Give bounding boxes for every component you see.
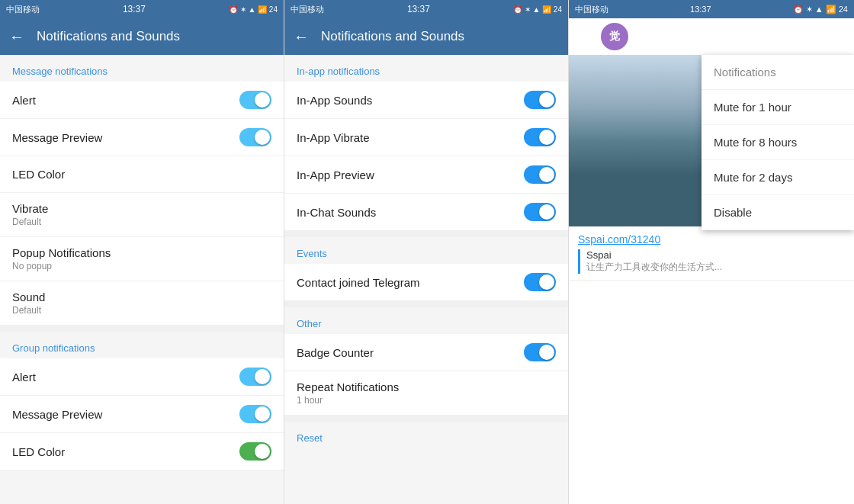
settings-content-2: In-app notifications In-App Sounds In-Ap… xyxy=(284,55,568,504)
item-label-alert: Alert xyxy=(12,94,36,107)
carrier-1: 中国移动 xyxy=(6,4,40,15)
item-sub-vibrate: Default xyxy=(12,217,48,227)
group-notifications-header: Group notifications xyxy=(0,332,284,358)
in-app-header: In-app notifications xyxy=(284,55,568,82)
dropdown-item-disable[interactable]: Disable xyxy=(702,195,854,230)
dropdown-menu: Notifications Mute for 1 hour Mute for 8… xyxy=(702,55,854,230)
divider-2a xyxy=(284,231,568,237)
status-bar-2: 中国移动 13:37 ⏰ ✶ ▲ 📶 24 xyxy=(284,0,568,18)
list-item[interactable]: Vibrate Default xyxy=(0,193,284,237)
panel-2: 中国移动 13:37 ⏰ ✶ ▲ 📶 24 ← Notifications an… xyxy=(284,0,569,504)
list-item: In-Chat Sounds xyxy=(284,194,568,231)
page-title-2: Notifications and Sounds xyxy=(321,29,464,44)
item-label-popup: Popup Notifications xyxy=(12,246,111,259)
dropdown-header: Notifications xyxy=(702,55,854,90)
list-item: Message Preview xyxy=(0,396,284,433)
dropdown-item-mute-8h[interactable]: Mute for 8 hours xyxy=(702,125,854,160)
message-notifications-header: Message notifications xyxy=(0,55,284,82)
dropdown-item-mute-1h[interactable]: Mute for 1 hour xyxy=(702,90,854,125)
toggle-message-preview[interactable] xyxy=(239,128,271,146)
dropdown-item-mute-2d[interactable]: Mute for 2 days xyxy=(702,160,854,195)
chat-link[interactable]: Sspai.com/31240 xyxy=(578,233,660,246)
toggle-group-alert[interactable] xyxy=(239,368,271,386)
list-item[interactable]: LED Color xyxy=(0,433,284,470)
divider-2c xyxy=(284,416,568,422)
item-sub-sound: Default xyxy=(12,305,45,316)
list-item: In-App Vibrate xyxy=(284,119,568,156)
item-label-msg-preview: Message Preview xyxy=(12,131,102,144)
avatar: 觉 xyxy=(601,23,628,50)
settings-content-1: Message notifications Alert Message Prev… xyxy=(0,55,284,504)
time-1: 13:37 xyxy=(123,4,146,14)
item-label-vibrate: Vibrate xyxy=(12,202,48,215)
status-bar-3: 中国移动 13:37 ⏰ ✶ ▲ 📶 24 xyxy=(569,0,854,18)
list-item: Alert xyxy=(0,358,284,396)
back-button-2[interactable]: ← xyxy=(294,28,309,46)
other-header: Other xyxy=(284,307,568,334)
toggle-alert[interactable] xyxy=(239,91,271,109)
status-bar-1: 中国移动 13:37 ⏰ ✶ ▲ 📶 24 xyxy=(0,0,284,18)
menu-icon[interactable]: ⋮ xyxy=(830,27,845,46)
item-label-inapp-preview: In-App Preview xyxy=(297,169,374,181)
item-label-group-led: LED Color xyxy=(12,445,65,458)
back-button-1[interactable]: ← xyxy=(9,28,24,46)
item-label-repeat-notifications: Repeat Notifications xyxy=(297,380,399,393)
list-item: Badge Counter xyxy=(284,334,568,371)
toggle-inapp-preview[interactable] xyxy=(524,165,556,184)
chat-link-title: Sspai xyxy=(586,249,845,261)
page-title-1: Notifications and Sounds xyxy=(37,29,180,44)
chat-user-status: last seen at 13:34 xyxy=(636,40,822,50)
item-label-led: LED Color xyxy=(12,168,65,181)
events-header: Events xyxy=(284,237,568,264)
item-label-contact-joined: Contact joined Telegram xyxy=(297,276,419,289)
item-label-sound: Sound xyxy=(12,291,45,303)
chat-link-preview: Sspai 让生产力工具改变你的生活方式... xyxy=(578,249,845,274)
list-item[interactable]: LED Color xyxy=(0,156,284,193)
toggle-inapp-vibrate[interactable] xyxy=(524,128,556,146)
item-label-group-msg-preview: Message Preview xyxy=(12,408,102,421)
carrier-2: 中国移动 xyxy=(291,4,324,15)
status-icons-1: ⏰ ✶ ▲ 📶 24 xyxy=(229,5,278,14)
reset-header: Reset xyxy=(284,422,568,448)
chat-link-desc: 让生产力工具改变你的生活方式... xyxy=(586,261,845,274)
item-label-inchat-sounds: In-Chat Sounds xyxy=(297,206,376,219)
top-bar-2: ← Notifications and Sounds xyxy=(284,18,568,55)
chat-header: ← 觉 觉主 last seen at 13:34 ⋮ xyxy=(569,18,854,55)
status-icons-3: ⏰ ✶ ▲ 📶 24 xyxy=(793,5,848,14)
list-item[interactable]: Sound Default xyxy=(0,281,284,326)
list-item[interactable]: Repeat Notifications 1 hour xyxy=(284,371,568,416)
panel-1: 中国移动 13:37 ⏰ ✶ ▲ 📶 24 ← Notifications an… xyxy=(0,0,284,504)
item-label-inapp-sounds: In-App Sounds xyxy=(297,94,372,107)
list-item[interactable]: Popup Notifications No popup xyxy=(0,237,284,281)
status-icons-2: ⏰ ✶ ▲ 📶 24 xyxy=(513,5,562,14)
divider-2b xyxy=(284,301,568,307)
toggle-contact-joined[interactable] xyxy=(524,273,556,291)
item-label-inapp-vibrate: In-App Vibrate xyxy=(297,131,370,144)
item-sub-repeat: 1 hour xyxy=(297,395,399,406)
back-button-3[interactable]: ← xyxy=(578,28,593,46)
time-2: 13:37 xyxy=(407,4,430,14)
list-item: Alert xyxy=(0,82,284,119)
list-item: In-App Sounds xyxy=(284,82,568,119)
toggle-inapp-sounds[interactable] xyxy=(524,91,556,109)
toggle-group-msg-preview[interactable] xyxy=(239,405,271,423)
list-item: Contact joined Telegram xyxy=(284,264,568,301)
toggle-group-led[interactable] xyxy=(239,442,271,461)
panel-3: 中国移动 13:37 ⏰ ✶ ▲ 📶 24 ← 觉 觉主 last seen a… xyxy=(569,0,854,504)
chat-user-info: 觉主 last seen at 13:34 xyxy=(636,24,822,50)
item-sub-popup: No popup xyxy=(12,261,111,271)
time-3: 13:37 xyxy=(690,5,711,14)
list-item: In-App Preview xyxy=(284,156,568,194)
toggle-inchat-sounds[interactable] xyxy=(524,203,556,221)
toggle-badge-counter[interactable] xyxy=(524,343,556,361)
list-item: Message Preview xyxy=(0,119,284,156)
carrier-3: 中国移动 xyxy=(575,4,608,15)
divider-1 xyxy=(0,326,284,332)
top-bar-1: ← Notifications and Sounds xyxy=(0,18,284,55)
item-label-group-alert: Alert xyxy=(12,371,36,384)
item-label-badge-counter: Badge Counter xyxy=(297,346,374,359)
chat-user-name: 觉主 xyxy=(636,24,822,40)
chat-message-area: Sspai.com/31240 Sspai 让生产力工具改变你的生活方式... xyxy=(569,226,854,281)
